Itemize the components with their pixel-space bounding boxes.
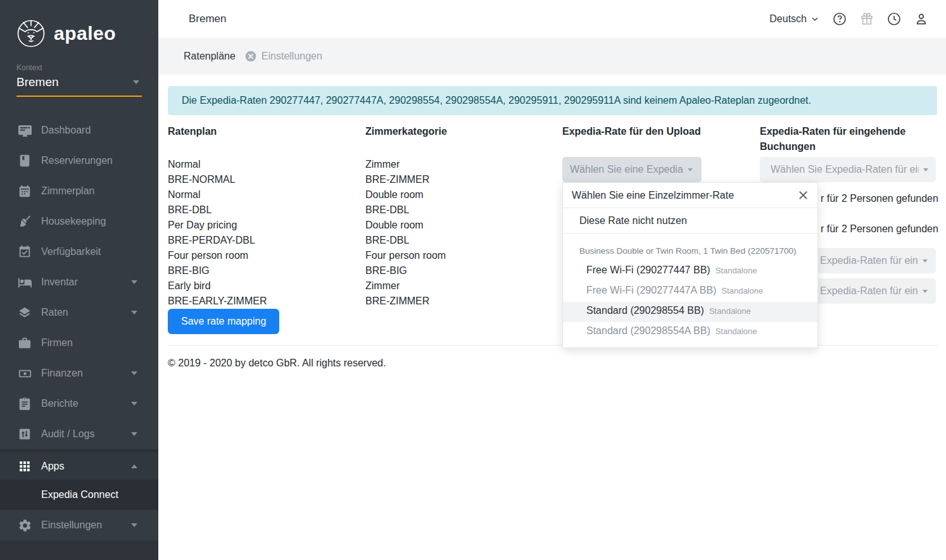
option-label: Standard (290298554 BB) — [586, 305, 704, 316]
top-bar: Bremen Deutsch — [158, 0, 946, 38]
category-name: Four person room — [365, 248, 562, 263]
option-tag: Standalone — [716, 266, 757, 275]
sidebar-item-finanzen[interactable]: Finanzen — [0, 358, 158, 389]
sidebar-item-berichte[interactable]: Berichte — [0, 389, 158, 419]
help-icon[interactable] — [832, 11, 847, 27]
category-name: Double room — [365, 187, 562, 202]
tab-einstellungen[interactable]: Einstellungen — [244, 50, 322, 63]
chevron-up-icon — [131, 464, 137, 468]
caret-down-icon — [923, 259, 928, 263]
dropdown-option[interactable]: Free Wi-Fi (290277447A BB) Standalone — [563, 282, 817, 302]
category-name: Double room — [365, 218, 562, 233]
sidebar-item-einstellungen[interactable]: Einstellungen — [0, 510, 158, 540]
chevron-down-icon — [131, 432, 137, 436]
sidebar-item-apps[interactable]: Apps — [0, 449, 158, 480]
column-header-category: Zimmerkategorie — [365, 124, 562, 154]
table-header-row: Ratenplan Zimmerkategorie Expedia-Rate f… — [168, 124, 937, 154]
app-root: apaleo Kontext Bremen Dashboard Reservie… — [0, 0, 946, 560]
upload-rate-select[interactable]: Wählen Sie eine Expedia — [562, 157, 702, 182]
category-code: BRE-DBL — [365, 233, 562, 248]
clock-icon[interactable] — [886, 11, 902, 27]
chevron-down-icon — [131, 280, 137, 284]
table-row: Normal BRE-NORMAL Zimmer BRE-ZIMMER Wähl… — [168, 157, 937, 187]
reports-icon — [17, 396, 32, 411]
language-selector[interactable]: Deutsch — [769, 13, 820, 25]
sidebar-item-zimmerplan[interactable]: Zimmerplan — [0, 176, 158, 206]
sidebar-item-raten[interactable]: Raten — [0, 297, 158, 328]
rate-search-input[interactable] — [572, 190, 798, 201]
dashboard-icon — [17, 123, 32, 138]
chevron-down-icon — [131, 311, 137, 314]
copyright-text: © 2019 - 2020 by detco GbR. All rights r… — [168, 356, 937, 371]
sidebar-item-reservierungen[interactable]: Reservierungen — [0, 146, 158, 176]
context-label: Kontext — [16, 63, 142, 72]
dropdown-group-label: Business Double or Twin Room, 1 Twin Bed… — [563, 245, 817, 258]
sidebar-item-inventar[interactable]: Inventar — [0, 267, 158, 297]
user-icon[interactable] — [914, 11, 929, 27]
save-rate-mapping-button[interactable]: Save rate mapping — [168, 309, 279, 334]
table-row: Four person room BRE-BIG Four person roo… — [168, 248, 937, 278]
inventory-icon — [17, 275, 32, 290]
chevron-down-icon — [810, 14, 820, 24]
dropdown-option[interactable]: Standard (290298554A BB) Standalone — [563, 322, 817, 342]
chevron-down-icon — [131, 402, 137, 406]
close-icon[interactable] — [798, 190, 809, 201]
sidebar-item-housekeeping[interactable]: Housekeeping — [0, 206, 158, 237]
availability-icon — [17, 244, 32, 259]
main-area: Bremen Deutsch — [158, 0, 946, 560]
finance-icon — [17, 366, 32, 381]
option-label: Standard (290298554A BB) — [586, 325, 710, 337]
context-block: Kontext Bremen — [16, 63, 142, 97]
rateplan-code: BRE-DBL — [168, 202, 365, 218]
sidebar-item-dashboard[interactable]: Dashboard — [0, 115, 158, 146]
apps-icon — [17, 459, 32, 474]
chevron-down-icon — [131, 371, 137, 375]
option-label: Free Wi-Fi (290277447 BB) — [586, 264, 710, 276]
rateplan-code: BRE-BIG — [168, 263, 365, 278]
dropdown-option-no-rate[interactable]: Diese Rate nicht nutzen — [563, 208, 817, 233]
context-select[interactable]: Bremen — [16, 72, 142, 97]
companies-icon — [17, 335, 32, 351]
category-name: Zimmer — [365, 157, 562, 172]
rateplan-code: BRE-PERDAY-DBL — [168, 233, 365, 248]
rate-select-dropdown: Diese Rate nicht nutzen Business Double … — [562, 182, 818, 348]
sidebar-item-verfuegbarkeit[interactable]: Verfügbarkeit — [0, 237, 158, 267]
info-alert: Die Expedia-Raten 290277447, 290277447A,… — [168, 86, 937, 115]
content-area: Die Expedia-Raten 290277447, 290277447A,… — [158, 75, 946, 560]
table-row: Normal BRE-DBL Double room BRE-DBL r für… — [168, 187, 937, 218]
category-code: BRE-BIG — [365, 263, 562, 278]
apaleo-wordmark: apaleo — [54, 23, 116, 44]
table-row: Per Day pricing BRE-PERDAY-DBL Double ro… — [168, 218, 937, 248]
category-code: BRE-ZIMMER — [365, 172, 562, 187]
rates-icon — [17, 305, 32, 320]
chevron-down-icon — [131, 523, 137, 527]
top-bar-actions: Deutsch — [769, 11, 929, 27]
incoming-rates-select[interactable]: Wählen Sie Expedia-Raten für ein — [760, 157, 936, 182]
dropdown-option[interactable]: Free Wi-Fi (290277447 BB) Standalone — [563, 261, 817, 282]
rateplan-name: Early bird — [168, 278, 365, 294]
column-header-incoming: Expedia-Raten für eingehende Buchungen — [760, 124, 937, 154]
rateplan-name: Normal — [168, 157, 365, 172]
category-code: BRE-DBL — [365, 202, 562, 218]
dropdown-option[interactable]: Standard (290298554 BB) Standalone — [563, 302, 817, 322]
incoming-rates-select[interactable]: Expedia-Raten für ein — [818, 248, 936, 273]
reservations-icon — [17, 153, 32, 168]
gift-icon[interactable] — [859, 11, 874, 27]
column-header-rateplan: Ratenplan — [168, 124, 365, 154]
caret-down-icon — [923, 290, 928, 293]
sidebar-item-audit-logs[interactable]: Audit / Logs — [0, 419, 158, 449]
sidebar-nav: Dashboard Reservierungen Zimmerplan Hous… — [0, 115, 158, 540]
language-label: Deutsch — [769, 13, 807, 25]
incoming-rates-select[interactable]: Expedia-Raten für ein — [818, 278, 936, 304]
room-plan-icon — [17, 184, 32, 199]
chevron-down-icon — [133, 80, 139, 84]
table-row: Early bird BRE-EARLY-ZIMMER Zimmer BRE-Z… — [168, 278, 937, 309]
option-label: Free Wi-Fi (290277447A BB) — [586, 285, 716, 296]
settings-icon — [17, 518, 32, 533]
tab-ratenplaene[interactable]: Ratenpläne — [184, 51, 236, 62]
sidebar-item-expedia-connect[interactable]: Expedia Connect — [0, 480, 158, 510]
rateplan-code: BRE-NORMAL — [168, 172, 365, 187]
apaleo-logo[interactable]: apaleo — [0, 0, 158, 51]
sidebar-item-firmen[interactable]: Firmen — [0, 328, 158, 358]
column-header-upload: Expedia-Rate für den Upload — [562, 124, 760, 154]
